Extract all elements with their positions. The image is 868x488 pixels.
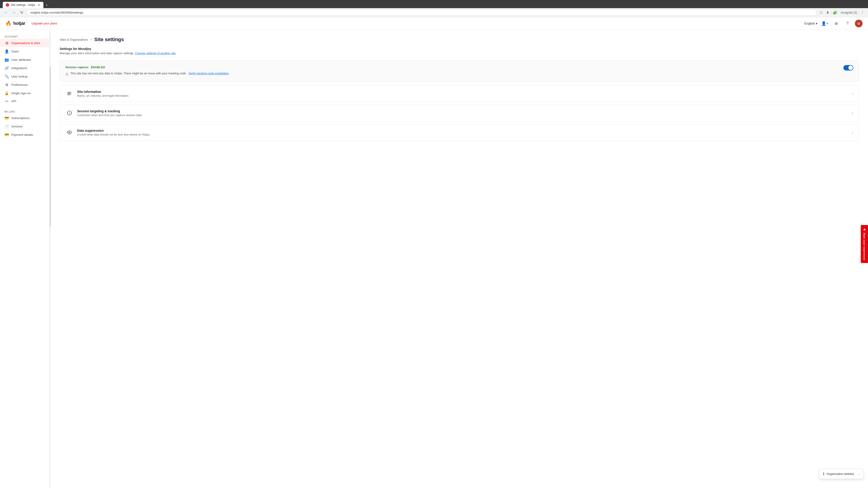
subscriptions-icon: 💳	[4, 116, 9, 120]
language-label: English	[804, 22, 815, 25]
svg-point-10	[69, 132, 70, 133]
toggle-knob	[848, 66, 853, 70]
data-suppression-card[interactable]: Data suppression Control what data shoul…	[60, 124, 859, 141]
subscriptions-label: Subscriptions	[11, 116, 30, 120]
preferences-icon: ⚙	[4, 83, 9, 87]
warning-icon: ⚠	[65, 71, 68, 77]
change-site-link[interactable]: Change settings of another site	[135, 52, 176, 55]
sidebar-item-integrations[interactable]: 🔗 Integrations	[0, 64, 50, 72]
site-info-title: Site information	[77, 90, 848, 94]
browser-nav: ← → ↻ insights.hotjar.com/site/3825660/s…	[0, 8, 868, 17]
sidebar-item-payment-details[interactable]: 💳 Payment details	[0, 131, 50, 139]
settings-desc-after: .	[177, 52, 178, 55]
data-suppression-desc: Control what data should not be sent and…	[77, 133, 848, 136]
new-tab-button[interactable]: +	[44, 2, 50, 8]
breadcrumb-separator: >	[90, 38, 92, 41]
sidebar-item-user-attributes[interactable]: 👥 User attributes	[0, 56, 50, 64]
integrations-label: Integrations	[11, 66, 27, 70]
help-icon[interactable]: ?	[844, 20, 851, 27]
session-targeting-content: Session targeting & tracking Customize w…	[77, 109, 848, 117]
settings-desc-before: Manage your site's information and data …	[60, 52, 134, 55]
site-info-content: Site information Name, url, industry, an…	[77, 90, 848, 97]
nav-actions: ☆ ⬇ 🧩 Incognito (2) ⋮	[818, 9, 865, 15]
sidebar-item-sso[interactable]: 🔒 Single sign-on	[0, 89, 50, 97]
logo: 🔥 hotjar	[5, 21, 25, 26]
menu-icon[interactable]: ⋮	[860, 9, 865, 15]
tab-title: Site settings - Hotjar	[11, 3, 36, 6]
session-targeting-icon	[65, 109, 73, 117]
app-header: 🔥 hotjar Upgrade your plans English ▾ 👤+…	[0, 17, 868, 30]
download-icon[interactable]: ⬇	[825, 9, 830, 15]
extensions-icon[interactable]: 🧩	[832, 9, 838, 15]
verify-tracking-link[interactable]: Verify tracking code installation	[188, 72, 229, 75]
address-bar[interactable]: insights.hotjar.com/site/3825660/setting…	[26, 9, 817, 15]
rate-experience-button[interactable]: ★ Rate your experience	[861, 225, 868, 263]
organizations-icon: ⊞	[4, 41, 9, 45]
sidebar-item-team[interactable]: 👤 Team	[0, 47, 50, 56]
toast-message: Organization deleted.	[827, 472, 855, 476]
sidebar-item-api[interactable]: <> API	[0, 97, 50, 105]
reload-button[interactable]: ↻	[19, 9, 25, 15]
data-suppression-title: Data suppression	[77, 129, 848, 132]
billing-section-label: Billing	[0, 108, 50, 114]
integrations-icon: 🔗	[4, 66, 9, 70]
session-capture-card: Session capture: ENABLED ⚠ This site has…	[60, 60, 859, 82]
sso-icon: 🔒	[4, 91, 9, 95]
site-info-arrow: ›	[852, 91, 853, 96]
session-warning: ⚠ This site has not sent any data to Hot…	[65, 71, 840, 77]
sidebar-item-invoices[interactable]: 📄 Invoices	[0, 122, 50, 131]
payment-label: Payment details	[11, 133, 33, 136]
new-user-icon[interactable]: 👤+	[821, 20, 829, 27]
user-attributes-label: User attributes	[11, 58, 31, 61]
session-targeting-arrow: ›	[852, 111, 853, 116]
add-site-icon[interactable]: ⊕	[832, 20, 840, 27]
settings-for-title: Settings for Moodjoy	[60, 47, 859, 51]
sidebar: Account ⊞ Organizations & sites 👤 Team 👥…	[0, 30, 50, 488]
sidebar-item-organizations-sites[interactable]: ⊞ Organizations & sites	[0, 39, 50, 47]
browser-chrome: H Site settings - Hotjar ✕ +	[0, 0, 868, 8]
breadcrumb-link[interactable]: Sites & Organizations	[60, 38, 88, 41]
upgrade-link[interactable]: Upgrade your plans	[32, 22, 57, 25]
browser-tabs: H Site settings - Hotjar ✕ +	[3, 2, 865, 8]
logo-text: hotjar	[13, 21, 25, 26]
header-right: English ▾ 👤+ ⊕ ? U	[804, 20, 863, 27]
session-targeting-card[interactable]: Session targeting & tracking Customize w…	[60, 105, 859, 121]
site-information-card[interactable]: Site information Name, url, industry, an…	[60, 85, 859, 102]
back-button[interactable]: ←	[3, 10, 9, 15]
settings-description: Manage your site's information and data …	[60, 52, 859, 55]
sidebar-wrapper: Account ⊞ Organizations & sites 👤 Team 👥…	[0, 30, 51, 488]
organizations-sites-label: Organizations & sites	[11, 41, 40, 45]
data-suppression-content: Data suppression Control what data shoul…	[77, 129, 848, 136]
user-lookup-label: User lookup	[11, 75, 28, 78]
sso-label: Single sign-on	[11, 92, 31, 95]
logo-icon: 🔥	[5, 21, 11, 26]
team-label: Team	[11, 50, 19, 53]
session-warning-text: This site has not sent any data to Hotja…	[70, 71, 230, 76]
invoices-label: Invoices	[11, 125, 23, 128]
invoices-icon: 📄	[4, 124, 9, 129]
sidebar-item-subscriptions[interactable]: 💳 Subscriptions	[0, 114, 50, 122]
team-icon: 👤	[4, 49, 9, 54]
account-section-label: Account	[0, 33, 50, 39]
tab-close-button[interactable]: ✕	[37, 3, 40, 7]
tab-favicon: H	[6, 3, 9, 6]
svg-point-5	[69, 113, 70, 113]
rate-experience-label: Rate your experience	[863, 233, 866, 260]
user-attributes-icon: 👥	[4, 58, 9, 62]
user-avatar[interactable]: U	[855, 20, 863, 27]
forward-button[interactable]: →	[11, 10, 17, 15]
active-tab[interactable]: H Site settings - Hotjar ✕	[3, 2, 43, 8]
incognito-label: Incognito (2)	[840, 10, 858, 15]
sidebar-item-user-lookup[interactable]: 🔍 User lookup	[0, 72, 50, 80]
session-capture-toggle[interactable]	[843, 65, 853, 70]
user-lookup-icon: 🔍	[4, 74, 9, 78]
preferences-label: Preferences	[11, 83, 28, 87]
bookmark-icon[interactable]: ☆	[818, 9, 824, 15]
language-selector[interactable]: English ▾	[804, 22, 817, 25]
app-container: 🔥 hotjar Upgrade your plans English ▾ 👤+…	[0, 17, 868, 488]
sidebar-item-preferences[interactable]: ⚙ Preferences	[0, 80, 50, 89]
session-targeting-desc: Customize when and how you capture sessi…	[77, 113, 848, 117]
api-icon: <>	[4, 100, 9, 103]
main-layout: Account ⊞ Organizations & sites 👤 Team 👥…	[0, 30, 868, 488]
session-capture-content: Session capture: ENABLED ⚠ This site has…	[65, 65, 840, 77]
